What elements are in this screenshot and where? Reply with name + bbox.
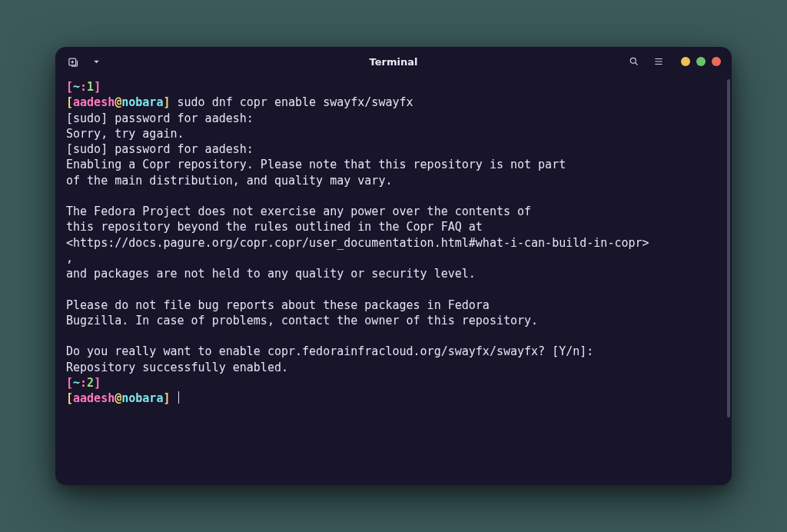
- output-line: Enabling a Copr repository. Please note …: [66, 158, 566, 171]
- prompt-tilde: ~: [73, 376, 80, 390]
- output-line: Repository successfully enabled.: [66, 361, 288, 374]
- output-line: The Fedora Project does not exercise any…: [66, 204, 531, 218]
- titlebar: Terminal: [55, 47, 732, 76]
- output-line: of the main distribution, and quality ma…: [66, 174, 392, 188]
- output-line: Bugzilla. In case of problems, contact t…: [66, 314, 538, 328]
- prompt-num: 1: [87, 80, 94, 94]
- userhost-at: @: [115, 95, 121, 109]
- output-line: [sudo] password for aadesh:: [66, 111, 254, 125]
- terminal-window: Terminal [~:1] [aadesh@nobara] sudo dnf …: [55, 47, 732, 485]
- prompt-bracket: ]: [94, 376, 101, 390]
- hostname: nobara: [121, 95, 163, 109]
- close-button[interactable]: [712, 57, 721, 66]
- username: aadesh: [73, 95, 115, 109]
- output-line: and packages are not held to any quality…: [66, 267, 476, 281]
- output-line: this repository beyond the rules outline…: [66, 220, 483, 234]
- prompt-tilde: ~: [73, 80, 80, 94]
- userhost-bracket: [: [66, 95, 73, 109]
- userhost-at: @: [115, 391, 121, 405]
- new-tab-icon[interactable]: [66, 55, 80, 68]
- prompt-bracket: [: [66, 80, 73, 94]
- titlebar-right: [627, 55, 721, 68]
- userhost-bracket: ]: [163, 391, 170, 405]
- prompt-colon: :: [80, 80, 87, 94]
- terminal-output[interactable]: [~:1] [aadesh@nobara] sudo dnf copr enab…: [55, 76, 726, 485]
- svg-point-1: [630, 58, 636, 63]
- menu-icon[interactable]: [652, 55, 666, 68]
- prompt-num: 2: [87, 376, 94, 390]
- dropdown-icon[interactable]: [89, 55, 103, 68]
- prompt-bracket: [: [66, 376, 73, 390]
- username: aadesh: [73, 391, 115, 405]
- output-line: ,: [66, 251, 73, 265]
- output-line: Sorry, try again.: [66, 127, 184, 141]
- command-text: sudo dnf copr enable swayfx/swayfx: [170, 95, 413, 109]
- prompt-colon: :: [80, 376, 87, 390]
- output-line: <https://docs.pagure.org/copr.copr/user_…: [66, 236, 649, 250]
- window-controls: [681, 57, 721, 66]
- output-line: Do you really want to enable copr.fedora…: [66, 344, 593, 358]
- userhost-bracket: [: [66, 391, 73, 405]
- output-line: Please do not file bug reports about the…: [66, 298, 490, 312]
- window-title: Terminal: [370, 56, 418, 68]
- cursor: [178, 391, 180, 404]
- search-icon[interactable]: [627, 55, 641, 68]
- terminal-body: [~:1] [aadesh@nobara] sudo dnf copr enab…: [55, 76, 732, 485]
- hostname: nobara: [121, 391, 163, 405]
- scrollbar[interactable]: [726, 76, 732, 485]
- minimize-button[interactable]: [681, 57, 690, 66]
- prompt-bracket: ]: [94, 80, 101, 94]
- maximize-button[interactable]: [696, 57, 706, 66]
- scrollbar-thumb[interactable]: [727, 79, 730, 417]
- titlebar-left: [66, 55, 103, 68]
- output-line: [sudo] password for aadesh:: [66, 142, 254, 156]
